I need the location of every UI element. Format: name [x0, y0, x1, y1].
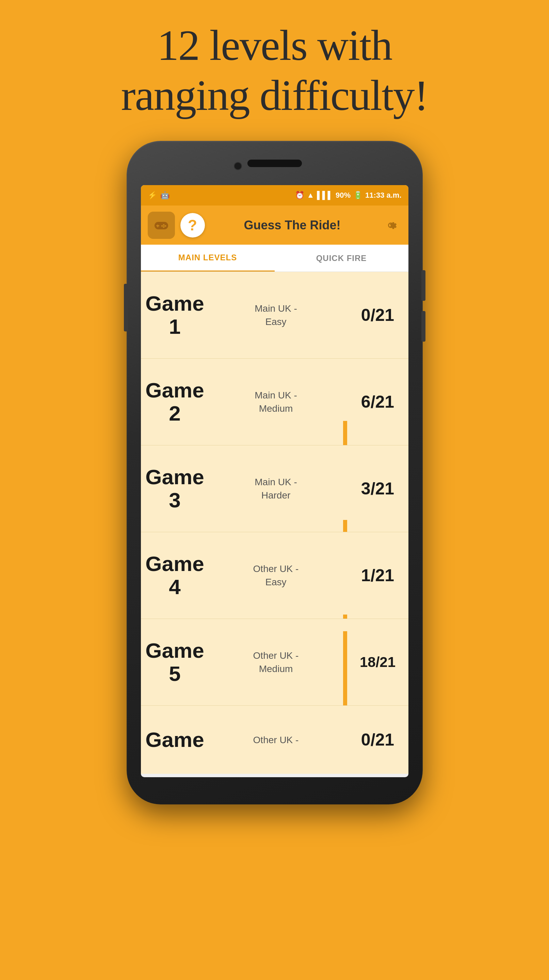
- game-2-description: Main UK -Medium: [255, 388, 297, 415]
- game-row-3[interactable]: Game3 Main UK -Harder 3/21: [141, 445, 409, 532]
- game-4-score-col: 1/21: [347, 566, 409, 585]
- settings-icon[interactable]: [380, 215, 402, 236]
- game-6-description: Other UK -: [253, 733, 299, 746]
- game-5-score: 18/21: [360, 654, 396, 670]
- headline: 12 levels with ranging difficulty!: [94, 21, 455, 121]
- game-6-number-col: Game: [141, 725, 209, 755]
- battery-icon: 🔋: [353, 191, 363, 200]
- game-5-description: Other UK -Medium: [253, 649, 299, 675]
- game-controller-icon: [148, 212, 175, 239]
- signal-icon: ▌▌▌: [317, 191, 333, 200]
- game-2-number: Game2: [145, 379, 204, 425]
- headline-line1: 12 levels with: [157, 21, 392, 69]
- tab-main-levels[interactable]: MAIN LEVELS: [141, 245, 275, 272]
- game-5-desc-col: Other UK -Medium: [209, 646, 343, 679]
- game-2-number-col: Game2: [141, 375, 209, 428]
- game-row-1[interactable]: Game1 Main UK -Easy 0/21: [141, 272, 409, 359]
- status-bar: ⚡ 🤖 ⏰ ▲ ▌▌▌ 90% 🔋 11:33 a.m.: [141, 185, 409, 205]
- game-1-description: Main UK -Easy: [255, 302, 297, 328]
- game-2-desc-col: Main UK -Medium: [209, 385, 343, 418]
- game-row-4[interactable]: Game4 Other UK -Easy 1/21: [141, 532, 409, 619]
- phone: ⚡ 🤖 ⏰ ▲ ▌▌▌ 90% 🔋 11:33 a.m.: [127, 141, 423, 804]
- game-row-2[interactable]: Game2 Main UK -Medium 6/21: [141, 359, 409, 445]
- volume-down-button: [124, 284, 128, 331]
- game-3-score-col: 3/21: [347, 479, 409, 498]
- game-5-number: Game5: [145, 639, 204, 685]
- volume-up-button: [422, 311, 425, 342]
- svg-point-3: [163, 224, 164, 226]
- phone-screen: ⚡ 🤖 ⏰ ▲ ▌▌▌ 90% 🔋 11:33 a.m.: [141, 185, 409, 777]
- tab-quick-fire[interactable]: QUICK FIRE: [275, 245, 409, 272]
- game-1-number-col: Game1: [141, 288, 209, 342]
- game-3-number: Game3: [145, 466, 204, 512]
- svg-point-6: [161, 225, 163, 227]
- game-3-number-col: Game3: [141, 462, 209, 515]
- game-row-6[interactable]: Game Other UK - 0/21: [141, 706, 409, 774]
- game-row-5[interactable]: Game5 Other UK -Medium 18/21: [141, 619, 409, 706]
- game-4-score: 1/21: [361, 566, 394, 585]
- question-icon: ?: [180, 213, 205, 237]
- phone-camera: [234, 162, 242, 170]
- tabs-container: MAIN LEVELS QUICK FIRE: [141, 245, 409, 272]
- tab-main-levels-label: MAIN LEVELS: [178, 253, 237, 262]
- time-display: 11:33 a.m.: [365, 191, 401, 200]
- android-icon: 🤖: [160, 191, 170, 200]
- power-button: [422, 270, 425, 301]
- game-2-score-col: 6/21: [347, 392, 409, 412]
- game-1-score-col: 0/21: [347, 305, 409, 325]
- game-6-desc-col: Other UK -: [209, 730, 343, 750]
- game-4-number-col: Game4: [141, 549, 209, 602]
- game-list: Game1 Main UK -Easy 0/21 Game2 Main UK -…: [141, 272, 409, 774]
- game-4-description: Other UK -Easy: [253, 562, 299, 589]
- status-left-icons: ⚡ 🤖: [148, 191, 170, 200]
- usb-icon: ⚡: [148, 191, 157, 200]
- game-5-score-col: 18/21: [347, 654, 409, 670]
- game-3-desc-col: Main UK -Harder: [209, 472, 343, 505]
- headline-line2: ranging difficulty!: [121, 71, 428, 119]
- battery-percent: 90%: [336, 191, 350, 200]
- phone-speaker: [247, 159, 302, 167]
- game-1-desc-col: Main UK -Easy: [209, 298, 343, 332]
- app-title: Guess The Ride!: [210, 218, 374, 232]
- svg-point-5: [163, 226, 164, 228]
- game-3-description: Main UK -Harder: [255, 476, 297, 502]
- wifi-icon: ▲: [307, 191, 315, 200]
- game-3-score: 3/21: [361, 479, 394, 498]
- alarm-icon: ⏰: [295, 191, 304, 200]
- game-6-number: Game: [145, 728, 204, 751]
- status-right-info: ⏰ ▲ ▌▌▌ 90% 🔋 11:33 a.m.: [295, 191, 402, 200]
- svg-rect-2: [156, 225, 159, 226]
- game-5-number-col: Game5: [141, 636, 209, 689]
- game-4-number: Game4: [145, 552, 204, 598]
- tab-quick-fire-label: QUICK FIRE: [316, 253, 367, 263]
- game-1-number: Game1: [145, 292, 204, 338]
- game-4-desc-col: Other UK -Easy: [209, 559, 343, 592]
- game-2-score: 6/21: [361, 392, 394, 412]
- svg-point-4: [164, 225, 166, 227]
- game-6-score: 0/21: [361, 730, 394, 749]
- game-6-score-col: 0/21: [347, 730, 409, 749]
- game-1-score: 0/21: [361, 305, 394, 325]
- app-header: ? Guess The Ride!: [141, 205, 409, 245]
